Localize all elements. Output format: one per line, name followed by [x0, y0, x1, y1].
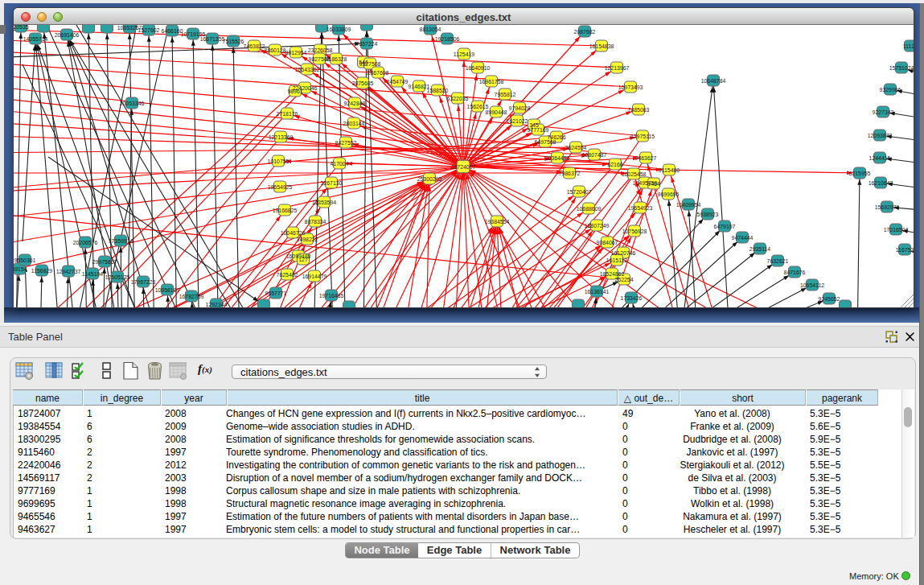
svg-text:12213967: 12213967 — [605, 65, 630, 71]
svg-text:20206576: 20206576 — [73, 240, 98, 245]
svg-text:9464: 9464 — [647, 181, 659, 187]
svg-text:8813054: 8813054 — [420, 27, 441, 32]
svg-text:8912954: 8912954 — [285, 50, 307, 56]
svg-text:9777169: 9777169 — [528, 127, 549, 133]
svg-text:10025458: 10025458 — [622, 171, 647, 177]
svg-text:3267130: 3267130 — [321, 180, 343, 186]
svg-text:10807487: 10807487 — [582, 152, 607, 158]
svg-text:16914479: 16914479 — [302, 274, 327, 279]
svg-text:8878334: 8878334 — [305, 219, 326, 225]
svg-text:19166825: 19166825 — [273, 208, 298, 213]
svg-text:23226058: 23226058 — [308, 47, 333, 53]
svg-text:16782759: 16782759 — [179, 294, 204, 299]
svg-text:9227342: 9227342 — [873, 109, 894, 115]
svg-text:1527602: 1527602 — [138, 27, 160, 33]
svg-text:16210643: 16210643 — [869, 180, 893, 186]
svg-text:1292344: 1292344 — [206, 302, 228, 307]
svg-text:15692971: 15692971 — [875, 204, 900, 210]
svg-text:7986372: 7986372 — [559, 171, 581, 176]
svg-text:19654923: 19654923 — [628, 205, 653, 211]
svg-text:16671355: 16671355 — [200, 36, 225, 42]
svg-text:8471676: 8471676 — [784, 270, 806, 275]
svg-text:5938923: 5938923 — [697, 212, 719, 217]
svg-text:252254: 252254 — [615, 277, 634, 282]
svg-text:127: 127 — [298, 257, 308, 262]
svg-text:9329966: 9329966 — [880, 87, 901, 93]
svg-text:116753: 116753 — [896, 247, 914, 253]
svg-text:10648784: 10648784 — [701, 78, 726, 84]
svg-text:8860128: 8860128 — [265, 47, 286, 53]
svg-text:16961758: 16961758 — [479, 79, 504, 84]
svg-text:10973493: 10973493 — [618, 84, 643, 90]
svg-text:10654112: 10654112 — [800, 282, 824, 288]
svg-text:20053346: 20053346 — [120, 101, 145, 106]
svg-text:10046726: 10046726 — [281, 230, 306, 236]
svg-text:20364436: 20364436 — [545, 155, 570, 161]
svg-text:19384554: 19384554 — [485, 219, 510, 225]
svg-text:2935114: 2935114 — [749, 246, 770, 252]
svg-text:18807249: 18807249 — [585, 223, 610, 229]
svg-text:3624554: 3624554 — [565, 145, 587, 150]
svg-text:16409954: 16409954 — [676, 202, 701, 208]
svg-text:16543362: 16543362 — [295, 67, 320, 72]
svg-text:12942737: 12942737 — [56, 269, 81, 274]
svg-text:1125419: 1125419 — [454, 51, 474, 57]
svg-text:8186328: 8186328 — [326, 56, 347, 62]
svg-text:18524861: 18524861 — [600, 271, 625, 277]
svg-text:18724007: 18724007 — [451, 164, 476, 170]
svg-text:16640910: 16640910 — [466, 65, 491, 71]
svg-text:1733426: 1733426 — [621, 295, 643, 301]
svg-text:8215955: 8215955 — [849, 171, 871, 176]
svg-text:10958107: 10958107 — [155, 287, 180, 293]
svg-text:9463627: 9463627 — [635, 155, 657, 161]
svg-text:15720407: 15720407 — [567, 189, 592, 195]
svg-text:16136141: 16136141 — [585, 289, 610, 295]
svg-text:25300295: 25300295 — [417, 176, 442, 182]
svg-text:17957223: 17957223 — [131, 279, 156, 285]
svg-text:8427552: 8427552 — [335, 140, 357, 146]
svg-text:17016504: 17016504 — [884, 227, 909, 233]
svg-text:8454749: 8454749 — [387, 79, 409, 84]
svg-text:3875685: 3875685 — [352, 80, 374, 86]
svg-text:9527508: 9527508 — [359, 61, 381, 67]
svg-text:7955812: 7955812 — [495, 92, 516, 97]
svg-text:9474444: 9474444 — [732, 235, 754, 241]
svg-text:3498222: 3498222 — [297, 237, 318, 242]
svg-text:9699695: 9699695 — [658, 192, 680, 197]
svg-text:9115460: 9115460 — [659, 167, 680, 173]
svg-text:20691406: 20691406 — [55, 32, 80, 38]
svg-text:6497568: 6497568 — [535, 139, 556, 145]
svg-text:1621022: 1621022 — [507, 118, 528, 124]
svg-text:1588520: 1588520 — [427, 88, 449, 93]
svg-text:7515526: 7515526 — [223, 39, 244, 44]
svg-text:9550361: 9550361 — [14, 257, 36, 263]
svg-text:19654925: 19654925 — [268, 184, 293, 190]
svg-text:7485063: 7485063 — [628, 107, 650, 113]
svg-text:9245652: 9245652 — [819, 296, 840, 302]
svg-text:7463822: 7463822 — [244, 43, 265, 49]
svg-text:1562615: 1562615 — [467, 104, 489, 109]
svg-text:62160: 62160 — [607, 162, 622, 167]
svg-text:2803144: 2803144 — [343, 121, 365, 126]
svg-text:417004: 417004 — [331, 161, 349, 167]
svg-text:9657771: 9657771 — [265, 290, 287, 296]
svg-text:1244415: 1244415 — [869, 155, 891, 161]
svg-text:1145194: 1145194 — [82, 271, 103, 277]
svg-text:1010755: 1010755 — [268, 159, 290, 164]
svg-text:1156829: 1156829 — [31, 268, 52, 274]
svg-text:9794028: 9794028 — [509, 105, 531, 111]
svg-text:2718176: 2718176 — [277, 111, 298, 117]
svg-text:7357224: 7357224 — [356, 41, 378, 47]
svg-text:16120746: 16120746 — [611, 250, 636, 256]
svg-text:6322035: 6322035 — [447, 96, 469, 101]
svg-text:17359914: 17359914 — [109, 238, 133, 244]
svg-text:7625402: 7625402 — [277, 272, 298, 278]
svg-text:12975115: 12975115 — [630, 134, 655, 139]
svg-text:12093872: 12093872 — [868, 133, 893, 138]
svg-text:9084067: 9084067 — [597, 240, 618, 245]
svg-text:2867608: 2867608 — [368, 70, 389, 76]
svg-text:11353594: 11353594 — [312, 200, 336, 205]
svg-text:11123: 11123 — [903, 43, 914, 49]
svg-text:6466160: 6466160 — [162, 28, 183, 34]
svg-text:16033809: 16033809 — [326, 27, 351, 32]
